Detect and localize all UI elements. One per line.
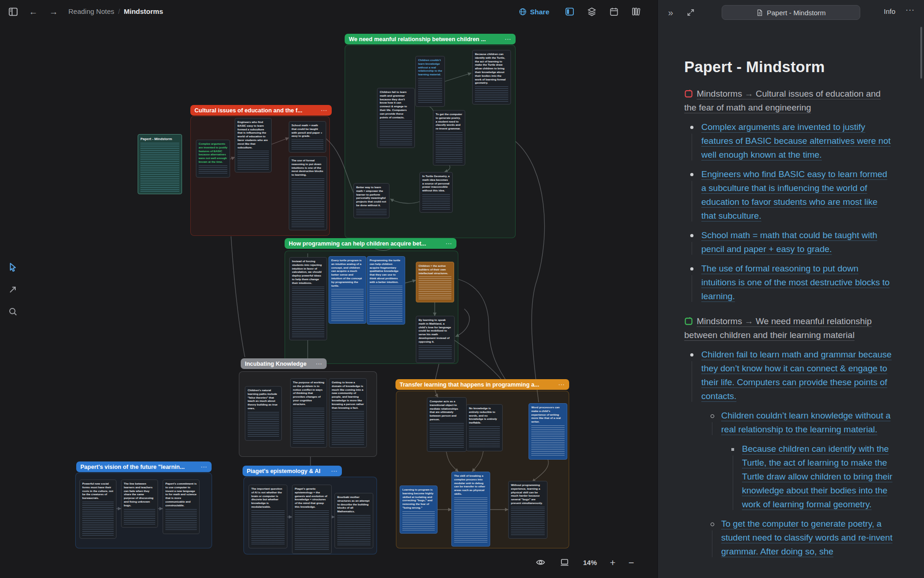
mini-card[interactable]: Children couldn’t learn knowledge withou…	[415, 56, 445, 107]
group-title-paperts-vision[interactable]: Papert's vision of the future "learnin..…	[76, 461, 212, 472]
mini-card[interactable]: The important question of AI is not whet…	[249, 485, 287, 548]
bullet-link-text[interactable]: Children couldn’t learn knowledge withou…	[721, 411, 891, 434]
mini-card[interactable]: Better way to learn math = empower the l…	[353, 183, 389, 218]
mini-card-text-lines	[475, 86, 508, 102]
group-menu-icon[interactable]: ···	[331, 468, 338, 474]
mini-card[interactable]: Children fail to learn math and grammar …	[377, 88, 415, 148]
group-title-cultural-issues-of-education[interactable]: Cultural issues of education and the f..…	[190, 105, 332, 116]
breadcrumb: ← → Reading Notes / Mindstorms	[7, 6, 163, 17]
mini-card[interactable]: Bourbaki mother structures as an attempt…	[334, 493, 373, 548]
mini-card-text-lines	[199, 166, 227, 175]
mini-card[interactable]: The use of formal reasoning to put down …	[289, 156, 327, 230]
whiteboards-layers-icon[interactable]	[586, 6, 597, 17]
mini-card-text-lines	[380, 121, 412, 145]
group-menu-icon[interactable]: ···	[201, 464, 207, 470]
sidebar-toggle-icon[interactable]	[7, 6, 18, 17]
library-books-icon[interactable]	[631, 6, 642, 17]
indent-guide	[692, 275, 692, 302]
group-title-label: We need meanful relationship between chi…	[349, 36, 486, 43]
mini-card-title: Learning to program is learning become h…	[402, 488, 435, 510]
right-panel-toggle-icon[interactable]	[564, 6, 575, 17]
mini-card[interactable]: Getting to know a domain of knowledge is…	[329, 378, 367, 448]
mini-card[interactable]: In Turtle Geometry, a math idea becomes …	[419, 172, 453, 213]
mini-card[interactable]: Every turtle program is an intuitive ana…	[328, 256, 366, 324]
mini-card-text-lines	[292, 140, 323, 150]
group-menu-icon[interactable]: ···	[321, 108, 328, 113]
group-title-incubating-knowledge[interactable]: Incubating Knowledge···	[241, 358, 327, 369]
mini-card[interactable]: Piaget’s genetic epistemology = the gene…	[292, 485, 332, 554]
mini-card[interactable]: Learning to program is learning become h…	[400, 486, 438, 534]
mini-card-title: Instead of forcing students into rejecti…	[292, 260, 324, 285]
group-menu-icon[interactable]: ···	[316, 361, 322, 367]
section-card-link[interactable]: Mindstorms → We need meanful relationshi…	[684, 314, 893, 342]
mini-card-text-lines	[419, 277, 451, 300]
group-menu-icon[interactable]: ···	[505, 37, 511, 42]
whiteboard-canvas[interactable]: We need meanful relationship between chi…	[0, 0, 657, 578]
group-title-label: Cultural issues of education and the f..…	[195, 107, 302, 114]
mini-card-text-lines	[531, 425, 565, 457]
mini-card[interactable]: Computer acts as a transitional object t…	[427, 397, 467, 452]
breadcrumb-section[interactable]: Reading Notes	[68, 7, 114, 15]
select-tool-icon[interactable]	[7, 262, 18, 273]
mini-card[interactable]: Because children can identify with the T…	[472, 50, 511, 105]
mini-card[interactable]: Engineers who find BASIC easy to learn f…	[235, 118, 272, 172]
bullet-link-text[interactable]: Children fail to learn math and grammar …	[701, 350, 892, 401]
bullet-link-text[interactable]: School math = math that could be taught …	[701, 230, 877, 254]
mini-card-title: Children’s natural learning paths includ…	[248, 389, 279, 411]
mini-card[interactable]: School math = math that could be taught …	[289, 121, 326, 153]
section-card-link[interactable]: Mindstorms → Cultural issues of educatio…	[684, 87, 893, 115]
mini-card[interactable]: The purpose of working on the problem is…	[290, 378, 327, 448]
group-menu-icon[interactable]: ···	[446, 241, 452, 246]
back-button[interactable]: ←	[28, 6, 39, 17]
mini-card[interactable]: To get the computer to generate poetry, …	[433, 110, 465, 166]
presentation-icon[interactable]	[559, 557, 570, 568]
mini-card[interactable]: Word processors can make a child’s exper…	[529, 403, 567, 460]
bullet-item-level-3: Because children can identify with the T…	[684, 442, 893, 511]
group-menu-icon[interactable]: ···	[559, 382, 565, 387]
share-button[interactable]: Share	[519, 8, 549, 16]
bullet-link-text[interactable]: Complex arguments are invented to justif…	[701, 122, 891, 160]
mini-card-text-lines	[332, 411, 364, 445]
breadcrumb-page[interactable]: Mindstorms	[124, 7, 163, 15]
group-title-transfer-learning[interactable]: Transfer learning that happens in progra…	[395, 379, 569, 390]
bullet-link-text[interactable]: Engineers who find BASIC easy to learn f…	[701, 169, 887, 221]
zoom-in-button[interactable]: +	[610, 558, 615, 567]
forward-button[interactable]: →	[48, 6, 59, 17]
group-title-we-need-meaningful-relationship[interactable]: We need meanful relationship between chi…	[345, 34, 516, 44]
group-title-piagets-epistemology[interactable]: Piaget's epistemology & AI···	[243, 466, 342, 476]
mini-card[interactable]: Powerful new social forms must have thei…	[79, 480, 116, 539]
card-papert-mindstorm[interactable]: Papert - Mindstorm	[138, 134, 182, 194]
mini-card[interactable]: Complex arguments are invented to justif…	[196, 140, 230, 178]
eye-icon[interactable]	[535, 557, 546, 568]
mini-card[interactable]: Children’s natural learning paths includ…	[245, 386, 282, 441]
document-body: Papert - Mindstorm Mindstorms → Cultural…	[684, 0, 893, 559]
zoom-level[interactable]: 14%	[583, 559, 597, 566]
bullet-link-text[interactable]: To get the computer to generate poetry, …	[721, 519, 893, 556]
mini-card[interactable]: The skill of breaking a complex process …	[451, 472, 490, 547]
mini-card-text-lines	[422, 194, 450, 210]
panel-more-icon[interactable]: ···	[906, 6, 915, 15]
search-icon[interactable]	[7, 306, 18, 317]
mini-card[interactable]: Children = the active builders of their …	[416, 262, 454, 302]
zoom-controls: 14% + −	[535, 557, 634, 568]
zoom-out-button[interactable]: −	[628, 558, 634, 567]
indent-guide	[692, 134, 692, 160]
bullet-link-text[interactable]: Because children can identify with the T…	[742, 444, 893, 509]
mini-card-text-lines	[454, 498, 487, 544]
mini-card[interactable]: Instead of forcing students into rejecti…	[289, 257, 327, 340]
group-title-how-programming-can-help[interactable]: How programming can help children acquir…	[285, 238, 456, 249]
mini-card[interactable]: The line between learners and teachers c…	[121, 480, 158, 528]
mini-card[interactable]: No knowledge is entirely reducible to wo…	[466, 404, 503, 451]
panel-scrollbar[interactable]	[920, 27, 922, 79]
collapse-panel-icon[interactable]: »	[668, 8, 673, 17]
mini-card-text-lines	[140, 143, 179, 191]
calendar-icon[interactable]	[608, 6, 620, 17]
mini-card[interactable]: Papert’s commitment is to use computer t…	[163, 480, 200, 534]
mini-card[interactable]: By learning to speak math in Mathland, a…	[416, 316, 455, 363]
mini-card-title: Better way to learn math = empower the l…	[356, 186, 387, 208]
bullet-link-text[interactable]: The use of formal reasoning to put down …	[701, 264, 890, 301]
mini-card[interactable]: Without programming experience, learning…	[508, 481, 547, 539]
mini-card[interactable]: Programming the turtle can help children…	[367, 256, 405, 325]
connector-tool-icon[interactable]	[7, 284, 18, 295]
mini-card-text-lines	[469, 426, 500, 449]
